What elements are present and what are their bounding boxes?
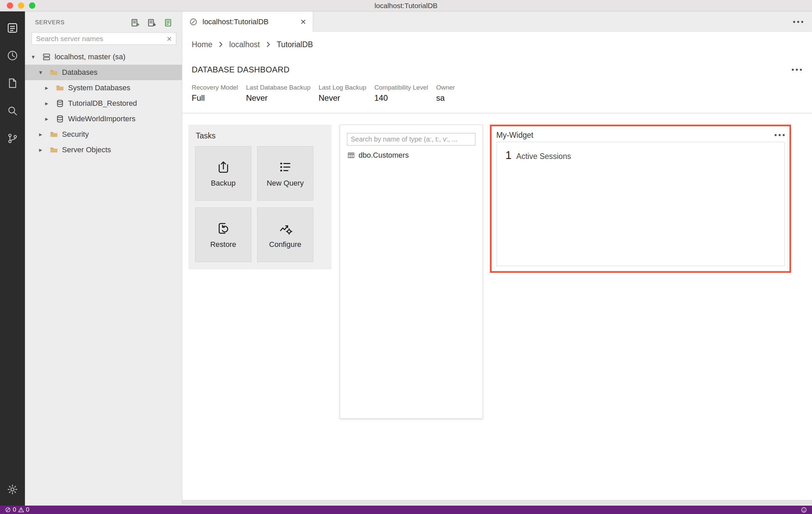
task-history-icon[interactable] (0, 42, 25, 69)
error-count: 0 (13, 506, 16, 513)
database-icon (55, 99, 65, 108)
sidebar-title: SERVERS (35, 19, 130, 26)
warning-count: 0 (26, 506, 29, 513)
configure-button[interactable]: Configure (257, 208, 313, 262)
tree-item-system-databases[interactable]: ▸ System Databases (25, 80, 182, 96)
tree-item-security[interactable]: ▸ Security (25, 127, 182, 142)
window-title: localhost:TutorialDB (374, 2, 437, 10)
property-recovery-model: Recovery Model Full (192, 84, 238, 103)
tree-item-label: TutorialDB_Restored (68, 99, 137, 108)
window-titlebar: localhost:TutorialDB (0, 0, 812, 11)
breadcrumb: Home localhost TutorialDB (182, 32, 812, 57)
warning-icon (18, 507, 24, 513)
close-tab-icon[interactable]: × (300, 17, 306, 27)
explorer-widget: dbo.Customers (340, 125, 483, 419)
server-icon (42, 52, 51, 62)
server-search-input[interactable] (36, 35, 167, 43)
chevron-expanded-icon[interactable]: ▾ (32, 53, 42, 61)
server-tree: ▾ localhost, master (sa) ▾ Databases ▸ (25, 49, 182, 158)
list-item-dbo-customers[interactable]: dbo.Customers (347, 149, 409, 161)
my-widget-panel: 1 Active Sessions (496, 142, 785, 266)
servers-sidebar: SERVERS (25, 11, 182, 506)
my-widget-title: My-Widget (496, 131, 533, 140)
more-actions-icon[interactable] (775, 134, 785, 136)
new-query-button[interactable]: New Query (257, 146, 313, 201)
tree-item-label: Security (62, 130, 89, 139)
minimize-window-button[interactable] (18, 2, 24, 9)
server-search-box: × (32, 32, 176, 45)
new-connection-icon[interactable] (130, 18, 140, 28)
chevron-right-icon (264, 41, 272, 48)
breadcrumb-tutorialdb[interactable]: TutorialDB (277, 40, 313, 49)
clear-search-icon[interactable]: × (167, 34, 172, 43)
tree-item-databases[interactable]: ▾ Databases (25, 65, 182, 80)
connections-icon[interactable] (0, 14, 25, 42)
folder-icon (49, 68, 59, 77)
active-sessions-count: 1 (505, 149, 512, 162)
backup-icon (215, 159, 231, 175)
active-sessions-label: Active Sessions (516, 152, 571, 161)
tree-item-label: localhost, master (sa) (55, 53, 125, 61)
active-connections-icon[interactable] (164, 18, 173, 28)
database-icon (55, 114, 65, 124)
tree-item-label: Databases (62, 68, 97, 77)
tree-item-tutorialdb-restored[interactable]: ▸ TutorialDB_Restored (25, 96, 182, 111)
chevron-collapsed-icon[interactable]: ▸ (45, 100, 55, 107)
tree-item-label: System Databases (68, 84, 130, 92)
tree-item-wideworldimporters[interactable]: ▸ WideWorldImporters (25, 111, 182, 127)
tree-item-label: WideWorldImporters (68, 115, 136, 123)
configure-icon (278, 221, 293, 236)
chevron-collapsed-icon[interactable]: ▸ (39, 131, 49, 138)
tab-bar: localhost:TutorialDB × (182, 11, 812, 32)
breadcrumb-localhost[interactable]: localhost (229, 40, 260, 49)
editor-area: localhost:TutorialDB × Home localhost Tu… (182, 11, 812, 506)
list-item-label: dbo.Customers (358, 151, 409, 160)
source-control-icon[interactable] (0, 125, 25, 152)
tasks-widget: Tasks Backup New Query (188, 125, 331, 269)
settings-gear-icon[interactable] (0, 473, 25, 506)
property-last-database-backup: Last Database Backup Never (246, 84, 310, 103)
object-search-input[interactable] (351, 135, 472, 143)
new-query-icon (278, 159, 293, 175)
dashboard-title: DATABASE DASHBOARD (192, 65, 289, 74)
property-last-log-backup: Last Log Backup Never (318, 84, 366, 103)
horizontal-scrollbar[interactable] (182, 500, 812, 505)
chevron-right-icon (217, 41, 224, 48)
close-window-button[interactable] (7, 2, 13, 9)
traffic-lights (7, 0, 35, 11)
my-widget: My-Widget 1 Active Sessions (490, 125, 791, 273)
feedback-smiley-icon[interactable] (801, 507, 807, 513)
folder-icon (49, 145, 59, 155)
chevron-expanded-icon[interactable]: ▾ (39, 69, 49, 76)
more-actions-icon[interactable] (793, 21, 803, 23)
tree-item-label: Server Objects (62, 146, 111, 154)
editor-actions (793, 11, 812, 32)
dashboard-widgets: Tasks Backup New Query (182, 114, 812, 506)
folder-icon (55, 83, 65, 93)
property-compatibility-level: Compatibility Level 140 (374, 84, 428, 103)
zoom-window-button[interactable] (29, 2, 35, 9)
restore-button[interactable]: Restore (195, 208, 251, 262)
backup-button[interactable]: Backup (195, 146, 251, 201)
explorer-icon[interactable] (0, 69, 25, 97)
search-icon[interactable] (0, 97, 25, 125)
database-properties: Recovery Model Full Last Database Backup… (192, 84, 802, 103)
chevron-collapsed-icon[interactable]: ▸ (45, 84, 55, 92)
tab-localhost-tutorialdb[interactable]: localhost:TutorialDB × (182, 11, 313, 32)
breadcrumb-home[interactable]: Home (192, 40, 212, 49)
table-icon (347, 151, 355, 159)
property-owner: Owner sa (436, 84, 455, 103)
new-server-group-icon[interactable] (147, 18, 157, 28)
dashboard-tab-icon (189, 18, 198, 26)
folder-icon (49, 130, 59, 139)
tree-item-server[interactable]: ▾ localhost, master (sa) (25, 49, 182, 65)
problems-indicator[interactable]: 0 0 (5, 506, 29, 513)
dashboard-header: DATABASE DASHBOARD Recovery Model Full L… (182, 57, 812, 114)
tree-item-server-objects[interactable]: ▸ Server Objects (25, 142, 182, 158)
restore-icon (215, 221, 231, 236)
status-bar: 0 0 (0, 506, 812, 514)
chevron-collapsed-icon[interactable]: ▸ (39, 146, 49, 154)
tasks-widget-title: Tasks (188, 125, 331, 141)
chevron-collapsed-icon[interactable]: ▸ (45, 115, 55, 123)
more-actions-icon[interactable] (792, 69, 802, 71)
